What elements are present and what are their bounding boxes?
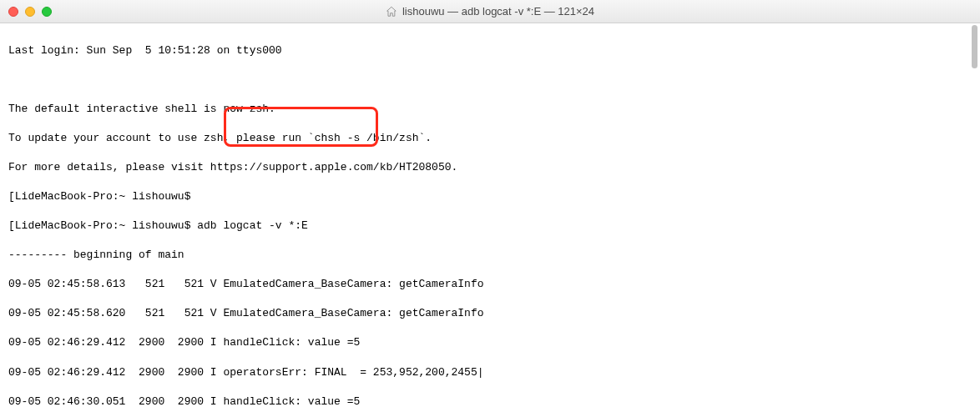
- log-line: 09-05 02:45:58.620 521 521 V EmulatedCam…: [8, 306, 972, 321]
- close-icon[interactable]: [8, 7, 18, 17]
- zsh-notice: To update your account to use zsh, pleas…: [8, 131, 972, 146]
- shell-prompt: [LideMacBook-Pro:~ lishouwu$: [8, 189, 972, 204]
- window-title: lishouwu — adb logcat -v *:E — 121×24: [386, 5, 594, 18]
- zsh-notice: The default interactive shell is now zsh…: [8, 102, 972, 117]
- titlebar: lishouwu — adb logcat -v *:E — 121×24: [0, 0, 980, 23]
- blank-line: [8, 73, 972, 88]
- traffic-lights: [8, 7, 52, 17]
- maximize-icon[interactable]: [42, 7, 52, 17]
- log-line: 09-05 02:46:29.412 2900 2900 I operators…: [8, 365, 972, 380]
- shell-prompt-command: [LideMacBook-Pro:~ lishouwu$ adb logcat …: [8, 219, 972, 234]
- minimize-icon[interactable]: [25, 7, 35, 17]
- window-title-text: lishouwu — adb logcat -v *:E — 121×24: [402, 5, 594, 18]
- log-beginning: --------- beginning of main: [8, 248, 972, 263]
- scrollbar-thumb[interactable]: [972, 25, 977, 68]
- log-line: 09-05 02:46:30.051 2900 2900 I handleCli…: [8, 394, 972, 409]
- last-login-line: Last login: Sun Sep 5 10:51:28 on ttys00…: [8, 43, 972, 58]
- terminal-output[interactable]: Last login: Sun Sep 5 10:51:28 on ttys00…: [0, 23, 980, 417]
- log-line: 09-05 02:45:58.613 521 521 V EmulatedCam…: [8, 277, 972, 292]
- home-icon: [386, 6, 397, 18]
- log-line: 09-05 02:46:29.412 2900 2900 I handleCli…: [8, 335, 972, 350]
- zsh-notice: For more details, please visit https://s…: [8, 160, 972, 175]
